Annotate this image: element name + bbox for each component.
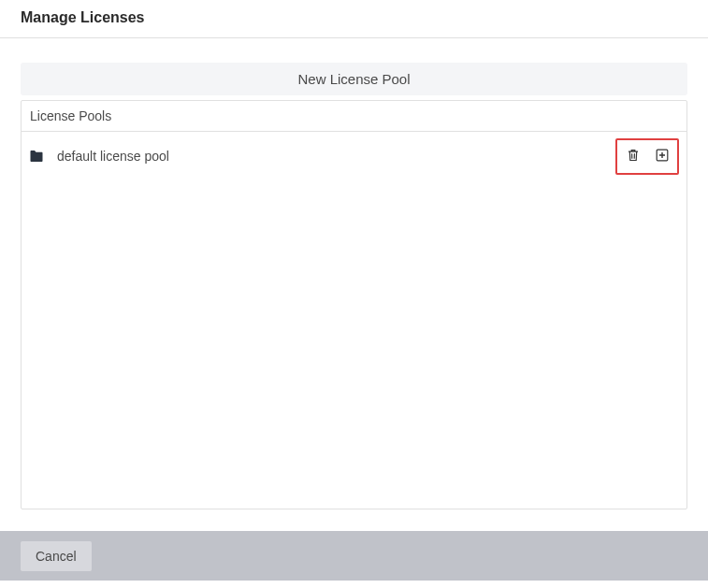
folder-icon xyxy=(29,150,44,163)
pool-info: default license pool xyxy=(29,149,610,164)
add-license-button[interactable] xyxy=(655,150,669,164)
panel-title: License Pools xyxy=(22,101,686,132)
license-pools-panel: License Pools default license pool xyxy=(21,100,687,509)
add-icon xyxy=(656,149,669,165)
dialog-header: Manage Licenses xyxy=(0,0,708,38)
license-pool-row[interactable]: default license pool xyxy=(27,139,681,173)
dialog-footer: Cancel xyxy=(0,531,708,581)
new-license-pool-label: New License Pool xyxy=(297,71,410,87)
pool-name: default license pool xyxy=(57,149,169,164)
new-license-pool-button[interactable]: New License Pool xyxy=(21,63,687,95)
cancel-label: Cancel xyxy=(36,549,77,564)
trash-icon xyxy=(627,149,640,165)
page-title: Manage Licenses xyxy=(21,9,687,26)
cancel-button[interactable]: Cancel xyxy=(21,541,92,571)
content-area: New License Pool License Pools default l… xyxy=(0,38,708,531)
delete-pool-button[interactable] xyxy=(626,150,640,164)
panel-body: default license pool xyxy=(22,132,686,509)
pool-actions-highlight xyxy=(615,138,679,175)
